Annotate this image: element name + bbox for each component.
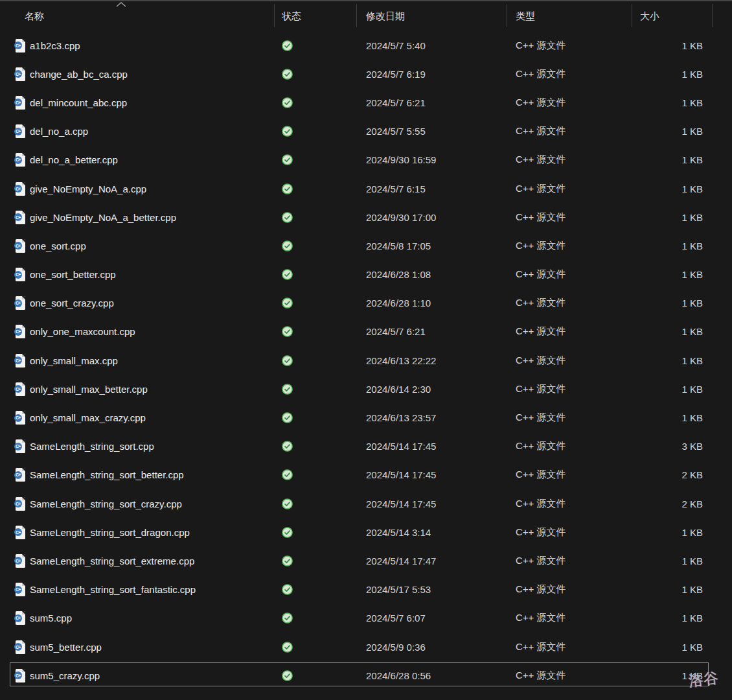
sync-complete-check-icon [282,584,293,595]
cpp-source-file-icon: C+ [14,211,25,224]
file-row[interactable]: C+ SameLength_string_sort.cpp 2024/5/14 … [0,432,732,461]
date-modified: 2024/9/30 17:00 [356,212,507,223]
file-size: 1 KB [632,40,712,51]
column-header-size[interactable]: 大小 [632,1,712,31]
file-name: sum5_better.cpp [30,642,102,653]
column-header-status[interactable]: 状态 [274,1,356,31]
file-row[interactable]: C+ only_small_max_better.cpp 2024/6/14 2… [0,375,732,403]
file-row[interactable]: C+ change_ab_bc_ca.cpp 2024/5/7 6:19 C++… [0,60,732,88]
date-modified: 2024/5/7 5:40 [356,40,507,51]
file-row[interactable]: C+ del_mincount_abc.cpp 2024/5/7 6:21 C+… [0,88,732,117]
file-size: 1 KB [632,555,712,566]
file-name-cell: C+ only_small_max_crazy.cpp [0,411,274,425]
sync-status-cell [274,642,356,653]
sync-complete-check-icon [282,326,293,337]
file-name: only_small_max_better.cpp [30,384,148,395]
file-name-cell: C+ one_sort_crazy.cpp [0,296,274,310]
sync-status-cell [274,126,356,137]
file-row[interactable]: C+ give_NoEmpty_NoA_a.cpp 2024/5/7 6:15 … [0,174,732,203]
file-row[interactable]: C+ a1b2c3.cpp 2024/5/7 5:40 C++ 源文件 1 KB [0,31,732,60]
file-row[interactable]: C+ SameLength_string_sort_dragon.cpp 202… [0,518,732,546]
cpp-badge: C+ [14,41,22,49]
column-resize-divider[interactable] [274,4,275,27]
file-row[interactable]: C+ one_sort_better.cpp 2024/6/28 1:08 C+… [0,261,732,289]
file-name-cell: C+ SameLength_string_sort_better.cpp [0,468,274,482]
cpp-source-file-icon: C+ [14,554,25,568]
file-name: one_sort.cpp [30,240,86,251]
file-name-cell: C+ give_NoEmpty_NoA_a_better.cpp [0,211,274,224]
column-headers-row: 名称 状态 修改日期 类型 大小 [0,1,732,31]
cpp-badge: C+ [14,328,22,336]
file-name-cell: C+ del_no_a.cpp [0,124,274,138]
column-resize-divider[interactable] [507,4,507,27]
file-type: C++ 源文件 [507,183,632,195]
sync-complete-check-icon [282,298,293,309]
file-row[interactable]: C+ del_no_a.cpp 2024/5/7 5:55 C++ 源文件 1 … [0,117,732,146]
file-type: C++ 源文件 [507,297,632,309]
file-type: C++ 源文件 [507,325,632,338]
sync-status-cell [274,40,356,51]
file-size: 1 KB [632,384,712,395]
file-size: 1 KB [632,97,712,108]
file-row[interactable]: C+ only_small_max.cpp 2024/6/13 22:22 C+… [0,346,732,375]
cpp-source-file-icon: C+ [14,39,25,52]
date-modified: 2024/5/14 3:14 [356,527,507,538]
file-type: C++ 源文件 [507,641,632,653]
column-header-spacer [712,1,732,31]
cpp-badge: C+ [14,156,22,164]
file-name: give_NoEmpty_NoA_a.cpp [30,183,146,194]
file-row[interactable]: C+ SameLength_string_sort_crazy.cpp 2024… [0,489,732,518]
file-row[interactable]: C+ give_NoEmpty_NoA_a_better.cpp 2024/9/… [0,203,732,231]
date-modified: 2024/9/30 16:59 [356,154,507,165]
file-size: 1 KB [632,269,712,280]
column-header-date-modified[interactable]: 修改日期 [356,1,507,31]
file-type: C++ 源文件 [507,240,632,252]
column-header-type[interactable]: 类型 [507,1,632,31]
cpp-source-file-icon: C+ [14,296,25,310]
date-modified: 2024/5/7 6:21 [356,97,507,108]
file-row[interactable]: C+ SameLength_string_sort_better.cpp 202… [0,461,732,489]
column-resize-divider[interactable] [632,4,632,27]
file-row[interactable]: C+ one_sort_crazy.cpp 2024/6/28 1:10 C++… [0,289,732,318]
file-row[interactable]: C+ SameLength_string_sort_fantastic.cpp … [0,576,732,604]
file-type: C++ 源文件 [507,469,632,481]
cpp-source-file-icon: C+ [14,411,25,425]
file-name-cell: C+ SameLength_string_sort_crazy.cpp [0,497,274,511]
file-row[interactable]: C+ SameLength_string_sort_extreme.cpp 20… [0,546,732,575]
file-name-cell: C+ one_sort.cpp [0,239,274,253]
cpp-badge: C+ [14,614,22,622]
file-row[interactable]: C+ sum5_crazy.cpp 2024/6/28 0:56 C++ 源文件… [0,661,732,690]
file-row[interactable]: C+ one_sort.cpp 2024/5/8 17:05 C++ 源文件 1… [0,231,732,260]
sync-status-cell [274,183,356,194]
file-row[interactable]: C+ sum5_better.cpp 2024/5/9 0:36 C++ 源文件… [0,633,732,661]
file-name: SameLength_string_sort_dragon.cpp [30,527,190,538]
column-header-label: 状态 [282,10,301,23]
column-header-label: 大小 [640,10,659,23]
sync-complete-check-icon [282,240,293,251]
column-resize-divider[interactable] [712,4,713,27]
file-row[interactable]: C+ sum5.cpp 2024/5/7 6:07 C++ 源文件 1 KB [0,604,732,633]
date-modified: 2024/6/14 2:30 [356,384,507,395]
sync-status-cell [274,154,356,165]
sync-status-cell [274,555,356,566]
file-type: C++ 源文件 [507,498,632,510]
file-row[interactable]: C+ only_small_max_crazy.cpp 2024/6/13 23… [0,403,732,432]
cpp-badge: C+ [14,128,22,135]
file-name: change_ab_bc_ca.cpp [30,69,128,80]
file-rows-list: C+ a1b2c3.cpp 2024/5/7 5:40 C++ 源文件 1 KB… [0,31,732,690]
cpp-source-file-icon: C+ [14,526,25,539]
cpp-badge: C+ [14,185,22,192]
file-name-cell: C+ sum5_better.cpp [0,640,274,654]
file-name: del_mincount_abc.cpp [30,97,127,108]
column-header-name[interactable]: 名称 [0,1,274,31]
watermark-text: 洛谷 [687,668,719,691]
sync-complete-check-icon [282,441,293,452]
sync-status-cell [274,670,356,681]
file-size: 1 KB [632,412,712,423]
file-name-cell: C+ SameLength_string_sort_extreme.cpp [0,554,274,568]
file-row[interactable]: C+ del_no_a_better.cpp 2024/9/30 16:59 C… [0,146,732,174]
column-resize-divider[interactable] [356,4,357,27]
file-row[interactable]: C+ only_one_maxcount.cpp 2024/5/7 6:21 C… [0,318,732,346]
file-size: 1 KB [632,527,712,538]
sync-status-cell [274,298,356,309]
